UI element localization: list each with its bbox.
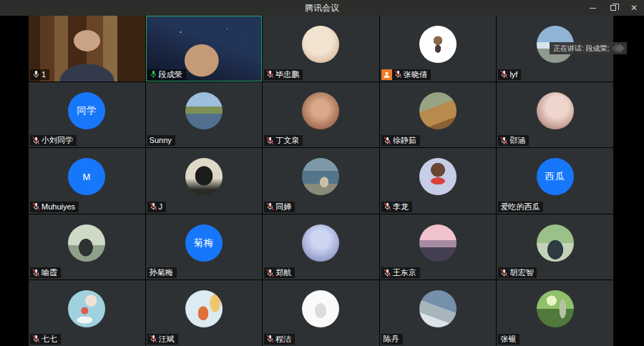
participant-name: Sunny bbox=[150, 136, 172, 145]
speaking-toast-text: 正在讲话: 段成荣; bbox=[553, 44, 609, 54]
participant-name: 丁文泉 bbox=[275, 136, 299, 145]
participant-tile-12[interactable]: J bbox=[146, 148, 263, 214]
participant-grid: 1 段成荣 bbox=[29, 16, 613, 346]
name-chip: lyf bbox=[498, 69, 521, 80]
speaking-toast: 正在讲话: 段成荣; bbox=[550, 42, 627, 54]
microphone-icon bbox=[500, 137, 508, 145]
participant-name: 张晓倩 bbox=[404, 70, 427, 79]
avatar bbox=[185, 290, 223, 327]
avatar: 西瓜 bbox=[537, 158, 574, 195]
name-chip: 徐静茹 bbox=[381, 135, 420, 146]
participant-tile-20[interactable]: 胡宏智 bbox=[497, 214, 613, 280]
name-chip: 郑航 bbox=[264, 267, 295, 278]
name-chip: 同婵 bbox=[264, 202, 295, 212]
microphone-icon bbox=[32, 335, 40, 343]
participant-tile-17[interactable]: 菊梅 孙菊梅 bbox=[146, 214, 263, 280]
microphone-icon bbox=[32, 137, 40, 145]
participant-name: 小刘同学 bbox=[42, 136, 73, 145]
participant-name: J bbox=[159, 202, 163, 212]
avatar bbox=[302, 26, 339, 63]
participant-name: lyf bbox=[509, 70, 517, 79]
microphone-icon bbox=[266, 335, 274, 343]
participant-tile-23[interactable]: 程洁 bbox=[263, 280, 379, 346]
microphone-icon bbox=[266, 202, 274, 211]
maximize-button[interactable] bbox=[606, 1, 620, 14]
participant-name: 喻霞 bbox=[42, 268, 57, 277]
avatar bbox=[419, 290, 457, 327]
participant-name: 七七 bbox=[42, 335, 57, 344]
microphone-icon bbox=[32, 269, 40, 277]
name-chip: 陈丹 bbox=[381, 334, 403, 345]
name-chip: 李龙 bbox=[381, 202, 412, 212]
microphone-icon bbox=[150, 335, 157, 343]
name-chip: 丁文泉 bbox=[264, 135, 303, 146]
participant-name: 爱吃的西瓜 bbox=[500, 202, 540, 212]
microphone-icon bbox=[150, 202, 157, 211]
titlebar: 腾讯会议 ✕ bbox=[0, 0, 644, 16]
avatar bbox=[68, 224, 105, 262]
microphone-icon bbox=[266, 137, 274, 145]
name-chip: 汪斌 bbox=[147, 334, 178, 345]
participant-tile-1[interactable]: 1 bbox=[29, 16, 145, 81]
participant-tile-9[interactable]: 徐静茹 bbox=[380, 82, 497, 148]
name-chip: 爱吃的西瓜 bbox=[498, 202, 543, 212]
participant-tile-15[interactable]: 西瓜 爱吃的西瓜 bbox=[497, 148, 613, 214]
minimize-button[interactable] bbox=[585, 1, 600, 14]
participant-name: 同婵 bbox=[275, 202, 291, 212]
microphone-icon bbox=[384, 202, 391, 211]
participant-tile-19[interactable]: 王东京 bbox=[380, 214, 497, 280]
participant-tile-14[interactable]: 李龙 bbox=[380, 148, 497, 214]
participant-name: 张银 bbox=[500, 335, 516, 344]
avatar bbox=[419, 92, 457, 129]
minimize-icon bbox=[590, 8, 596, 9]
microphone-icon bbox=[32, 202, 40, 211]
avatar bbox=[302, 290, 339, 327]
participant-name: 王东京 bbox=[393, 268, 416, 277]
meeting-logo-icon bbox=[613, 45, 623, 51]
name-chip: 张晓倩 bbox=[381, 69, 431, 80]
participant-tile-25[interactable]: 张银 bbox=[497, 280, 613, 346]
participant-tile-6[interactable]: 同学 小刘同学 bbox=[29, 82, 145, 148]
name-chip: Muhuiyes bbox=[30, 202, 79, 212]
participant-tile-8[interactable]: 丁文泉 bbox=[263, 82, 379, 148]
participant-tile-3[interactable]: 毕忠鹏 bbox=[263, 16, 379, 81]
participant-tile-22[interactable]: 汪斌 bbox=[146, 280, 263, 346]
participant-name: 毕忠鹏 bbox=[275, 70, 299, 79]
participant-name: 孙菊梅 bbox=[150, 268, 173, 277]
name-chip: 毕忠鹏 bbox=[264, 69, 303, 80]
participant-name: Muhuiyes bbox=[42, 202, 75, 212]
participant-tile-2[interactable]: 段成荣 bbox=[146, 16, 263, 81]
participant-tile-11[interactable]: M Muhuiyes bbox=[29, 148, 145, 214]
name-chip: 小刘同学 bbox=[30, 135, 77, 146]
close-button[interactable]: ✕ bbox=[627, 1, 641, 14]
avatar bbox=[537, 224, 574, 262]
avatar bbox=[302, 92, 339, 129]
participant-tile-18[interactable]: 郑航 bbox=[263, 214, 379, 280]
participant-tile-21[interactable]: 七七 bbox=[29, 280, 145, 346]
participant-tile-16[interactable]: 喻霞 bbox=[29, 214, 145, 280]
name-chip: 王东京 bbox=[381, 267, 420, 278]
avatar bbox=[302, 158, 339, 195]
microphone-icon bbox=[266, 269, 274, 277]
microphone-icon bbox=[384, 269, 391, 277]
participant-name: 李龙 bbox=[393, 202, 409, 212]
participant-tile-13[interactable]: 同婵 bbox=[263, 148, 379, 214]
participant-name: 陈丹 bbox=[384, 335, 399, 344]
avatar bbox=[537, 92, 574, 129]
participant-name: 汪斌 bbox=[159, 335, 175, 344]
participant-tile-7[interactable]: Sunny bbox=[146, 82, 263, 148]
window-title: 腾讯会议 bbox=[0, 2, 644, 14]
avatar bbox=[419, 224, 457, 262]
avatar: M bbox=[68, 158, 105, 195]
name-chip: 邵涵 bbox=[498, 135, 529, 146]
participant-name: 段成荣 bbox=[159, 70, 182, 79]
participant-tile-24[interactable]: 陈丹 bbox=[380, 280, 497, 346]
participant-tile-4[interactable]: 张晓倩 bbox=[380, 16, 497, 81]
participant-tile-10[interactable]: 邵涵 bbox=[497, 82, 613, 148]
name-chip: 张银 bbox=[498, 334, 519, 345]
name-chip: 喻霞 bbox=[30, 267, 61, 278]
close-icon: ✕ bbox=[630, 4, 638, 12]
participant-name: 程洁 bbox=[275, 335, 291, 344]
participant-name: 徐静茹 bbox=[393, 136, 416, 145]
maximize-icon bbox=[610, 5, 616, 11]
